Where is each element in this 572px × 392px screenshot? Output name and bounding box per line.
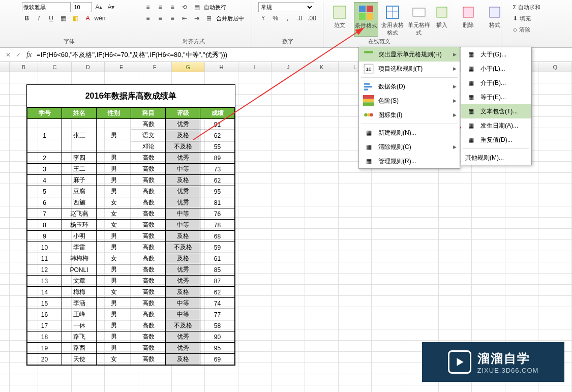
autosum-button[interactable]: Σ自动求和: [513, 2, 541, 12]
svg-rect-21: [363, 102, 374, 106]
align-top-icon[interactable]: ≡: [143, 2, 153, 12]
fill-color-icon[interactable]: ◧: [71, 13, 81, 23]
currency-icon[interactable]: ¥: [258, 13, 268, 23]
delete-cells-icon: [460, 4, 476, 20]
table-format-button[interactable]: 套用表格格式: [380, 2, 405, 37]
align-right-icon[interactable]: ≡: [167, 13, 177, 23]
table-row[interactable]: 6西施女高数优秀81: [27, 197, 235, 208]
menu-manage-rules[interactable]: ▦ 管理规则(R)...: [359, 154, 460, 168]
insert-cells-icon: [434, 4, 450, 20]
table-row[interactable]: 8杨玉环女高数中等78: [27, 220, 235, 231]
phonetic-icon[interactable]: wén: [95, 13, 105, 23]
menu-color-scales[interactable]: 色阶(S)▶: [359, 94, 460, 108]
svg-text:10: 10: [366, 66, 372, 72]
confirm-icon[interactable]: ✓: [13, 51, 23, 58]
italic-icon[interactable]: I: [34, 13, 44, 23]
menu-equal[interactable]: ▦等于(E)...: [461, 90, 531, 104]
font-size-select[interactable]: [73, 2, 92, 12]
menu-icon-sets[interactable]: 图标集(I)▶: [359, 108, 460, 122]
equal-icon: ▦: [465, 92, 476, 102]
underline-icon[interactable]: U: [46, 13, 56, 23]
table-format-icon: [384, 4, 401, 20]
data-table: 2016年数据库高数成绩单 学号姓名性别科目评级成绩 1张三男高数优秀91语文及…: [26, 84, 235, 366]
text-contains-icon: ▦: [465, 106, 476, 116]
sigma-icon: Σ: [513, 4, 517, 10]
inc-decimal-icon[interactable]: .0: [295, 13, 305, 23]
merge-center-label[interactable]: 合并后居中: [216, 15, 244, 22]
clear-button[interactable]: ◇清除: [513, 24, 541, 35]
table-row[interactable]: 14梅梅女高数及格62: [27, 287, 235, 298]
table-row[interactable]: 4麻子男高数及格62: [27, 175, 235, 186]
cancel-icon[interactable]: ✕: [3, 51, 13, 58]
align-middle-icon[interactable]: ≡: [155, 2, 165, 12]
table-row[interactable]: 13文章男高数优秀87: [27, 276, 235, 287]
table-row[interactable]: 3王二男高数中等73: [27, 164, 235, 175]
font-name-select[interactable]: [22, 2, 71, 12]
table-row[interactable]: 17一休男高数不及格58: [27, 320, 235, 331]
table-row[interactable]: 11韩梅梅女高数及格61: [27, 253, 235, 264]
table-row[interactable]: 16王峰男高数中等77: [27, 309, 235, 320]
color-scales-icon: [363, 96, 374, 106]
svg-rect-18: [364, 88, 368, 90]
template-button[interactable]: 范文: [327, 2, 352, 37]
bold-icon[interactable]: B: [22, 13, 32, 23]
svg-rect-19: [363, 95, 374, 99]
align-center-icon[interactable]: ≡: [155, 13, 165, 23]
table-row[interactable]: 19路西男高数优秀95: [27, 343, 235, 354]
svg-rect-2: [367, 6, 373, 12]
merge-icon[interactable]: ⊞: [204, 13, 214, 23]
fx-icon[interactable]: fx: [26, 51, 32, 59]
table-row[interactable]: 10李雷男高数不及格59: [27, 242, 235, 253]
menu-data-bars[interactable]: 数据条(D)▶: [359, 79, 460, 94]
indent-inc-icon[interactable]: ⇥: [192, 13, 202, 23]
table-row[interactable]: 20天使女高数及格69: [27, 354, 235, 365]
decrease-font-icon[interactable]: A▾: [106, 2, 116, 12]
menu-clear-rules[interactable]: ▦ 清除规则(C)▶: [359, 140, 460, 154]
menu-date[interactable]: ▦发生日期(A)...: [461, 118, 531, 133]
comma-icon[interactable]: ,: [283, 13, 293, 23]
table-row[interactable]: 2李四男高数优秀89: [27, 153, 235, 164]
table-row[interactable]: 12PONLI男高数优秀85: [27, 264, 235, 276]
svg-point-24: [370, 113, 373, 117]
table-header: 姓名: [62, 108, 97, 119]
indent-dec-icon[interactable]: ⇤: [179, 13, 190, 23]
table-row[interactable]: 7赵飞燕女高数中等76: [27, 208, 235, 220]
chevron-right-icon: ▶: [453, 66, 457, 71]
menu-less[interactable]: ▦小于(L)...: [461, 62, 531, 76]
svg-rect-16: [364, 83, 370, 84]
svg-rect-9: [437, 7, 447, 17]
percent-icon[interactable]: %: [270, 13, 281, 23]
menu-greater[interactable]: ▦大于(G)...: [461, 47, 531, 62]
top-bottom-icon: 10: [363, 64, 374, 74]
menu-text-contains[interactable]: ▦文本包含(T)...: [461, 104, 531, 118]
align-left-icon[interactable]: ≡: [143, 13, 153, 23]
menu-new-rule[interactable]: ▦ 新建规则(N)...: [359, 126, 460, 140]
insert-button[interactable]: 插入: [430, 2, 454, 29]
dec-decimal-icon[interactable]: .00: [307, 13, 317, 23]
menu-highlight-rules[interactable]: 突出显示单元格规则(H)▶: [359, 47, 460, 62]
cell-style-button[interactable]: 单元格样式: [407, 2, 431, 37]
svg-rect-0: [334, 6, 346, 18]
table-row[interactable]: 9小明男高数及格68: [27, 231, 235, 242]
table-row[interactable]: 18路飞男高数优秀90: [27, 331, 235, 343]
table-row[interactable]: 5豆腐男高数优秀95: [27, 186, 235, 197]
table-row[interactable]: 1张三男高数优秀91: [27, 119, 235, 130]
align-bottom-icon[interactable]: ≡: [167, 2, 177, 12]
table-header: 科目: [131, 108, 166, 119]
table-row[interactable]: 15李涵男高数中等74: [27, 298, 235, 309]
fill-button[interactable]: ⬇填充: [513, 13, 541, 23]
orientation-icon[interactable]: ⟲: [179, 2, 190, 12]
number-format-select[interactable]: 常规: [258, 2, 314, 12]
font-color-icon[interactable]: A: [83, 13, 93, 23]
menu-top-bottom[interactable]: 10 项目选取规则(T)▶: [359, 62, 460, 76]
wrap-text-icon[interactable]: ▤: [192, 2, 202, 12]
menu-between[interactable]: ▦介于(B)...: [461, 76, 531, 90]
menu-duplicate[interactable]: ▦重复值(D)...: [461, 133, 531, 147]
less-icon: ▦: [465, 64, 476, 74]
wrap-text-label[interactable]: 自动换行: [204, 4, 226, 11]
menu-other-rules[interactable]: 其他规则(M)...: [461, 150, 531, 165]
delete-button[interactable]: 删除: [456, 2, 480, 29]
border-icon[interactable]: ▦: [58, 13, 69, 23]
increase-font-icon[interactable]: A▴: [94, 2, 104, 12]
conditional-format-button[interactable]: 条件格式: [354, 2, 378, 37]
